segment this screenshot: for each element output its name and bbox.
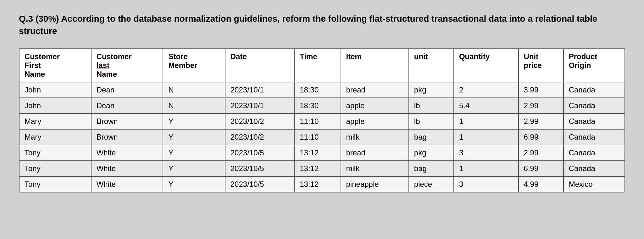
cell-store_member: Y bbox=[163, 114, 225, 129]
cell-unit_price: 6.99 bbox=[519, 161, 564, 176]
cell-product_origin: Canada bbox=[564, 161, 625, 176]
cell-unit_price: 2.99 bbox=[519, 145, 564, 161]
table-row: TonyWhiteY2023/10/513:12pineapplepiece34… bbox=[19, 176, 625, 192]
cell-customer_first_name: Mary bbox=[19, 114, 91, 129]
cell-customer_first_name: Mary bbox=[19, 129, 91, 145]
cell-customer_last_name: White bbox=[91, 145, 163, 161]
cell-unit: lb bbox=[409, 98, 454, 114]
cell-date: 2023/10/1 bbox=[225, 82, 294, 98]
cell-product_origin: Canada bbox=[564, 98, 625, 114]
data-table: Customer First Name Customer last Name S… bbox=[19, 48, 625, 192]
cell-customer_first_name: John bbox=[19, 98, 91, 114]
cell-time: 18:30 bbox=[294, 98, 341, 114]
cell-item: milk bbox=[341, 129, 409, 145]
cell-product_origin: Canada bbox=[564, 82, 625, 98]
cell-store_member: Y bbox=[163, 129, 225, 145]
cell-store_member: N bbox=[163, 82, 225, 98]
cell-product_origin: Canada bbox=[564, 114, 625, 129]
cell-store_member: N bbox=[163, 98, 225, 114]
cell-product_origin: Canada bbox=[564, 145, 625, 161]
cell-time: 11:10 bbox=[294, 129, 341, 145]
table-row: TonyWhiteY2023/10/513:12milkbag16.99Cana… bbox=[19, 161, 625, 176]
table-row: MaryBrownY2023/10/211:10applelb12.99Cana… bbox=[19, 114, 625, 129]
cell-unit: piece bbox=[409, 176, 454, 192]
cell-date: 2023/10/5 bbox=[225, 145, 294, 161]
cell-customer_last_name: Dean bbox=[91, 98, 163, 114]
cell-unit_price: 2.99 bbox=[519, 114, 564, 129]
cell-item: milk bbox=[341, 161, 409, 176]
cell-unit_price: 2.99 bbox=[519, 98, 564, 114]
cell-product_origin: Canada bbox=[564, 129, 625, 145]
cell-unit: bag bbox=[409, 129, 454, 145]
header-unit-price: Unit price bbox=[519, 49, 564, 82]
cell-customer_first_name: John bbox=[19, 82, 91, 98]
cell-date: 2023/10/2 bbox=[225, 114, 294, 129]
header-unit: unit bbox=[409, 49, 454, 82]
cell-time: 18:30 bbox=[294, 82, 341, 98]
cell-date: 2023/10/5 bbox=[225, 176, 294, 192]
cell-quantity: 3 bbox=[454, 145, 519, 161]
cell-unit_price: 6.99 bbox=[519, 129, 564, 145]
cell-unit: pkg bbox=[409, 145, 454, 161]
cell-customer_first_name: Tony bbox=[19, 145, 91, 161]
cell-customer_last_name: White bbox=[91, 161, 163, 176]
cell-date: 2023/10/2 bbox=[225, 129, 294, 145]
header-product-origin: Product Origin bbox=[564, 49, 625, 82]
header-date: Date bbox=[225, 49, 294, 82]
cell-customer_last_name: Dean bbox=[91, 82, 163, 98]
cell-date: 2023/10/5 bbox=[225, 161, 294, 176]
table-row: JohnDeanN2023/10/118:30breadpkg23.99Cana… bbox=[19, 82, 625, 98]
cell-item: bread bbox=[341, 145, 409, 161]
question-text: Q.3 (30%) According to the database norm… bbox=[19, 13, 625, 37]
header-customer-first-name: Customer First Name bbox=[19, 49, 91, 82]
cell-customer_last_name: Brown bbox=[91, 129, 163, 145]
cell-date: 2023/10/1 bbox=[225, 98, 294, 114]
table-row: MaryBrownY2023/10/211:10milkbag16.99Cana… bbox=[19, 129, 625, 145]
table-row: JohnDeanN2023/10/118:30applelb5.42.99Can… bbox=[19, 98, 625, 114]
cell-unit: bag bbox=[409, 161, 454, 176]
cell-customer_last_name: White bbox=[91, 176, 163, 192]
cell-product_origin: Mexico bbox=[564, 176, 625, 192]
cell-quantity: 1 bbox=[454, 114, 519, 129]
cell-unit: pkg bbox=[409, 82, 454, 98]
cell-quantity: 5.4 bbox=[454, 98, 519, 114]
header-customer-last-name: Customer last Name bbox=[91, 49, 163, 82]
table-row: TonyWhiteY2023/10/513:12breadpkg32.99Can… bbox=[19, 145, 625, 161]
cell-time: 11:10 bbox=[294, 114, 341, 129]
table-header-row: Customer First Name Customer last Name S… bbox=[19, 49, 625, 82]
header-quantity: Quantity bbox=[454, 49, 519, 82]
cell-store_member: Y bbox=[163, 176, 225, 192]
cell-unit_price: 4.99 bbox=[519, 176, 564, 192]
header-item: Item bbox=[341, 49, 409, 82]
cell-item: pineapple bbox=[341, 176, 409, 192]
cell-store_member: Y bbox=[163, 161, 225, 176]
cell-item: apple bbox=[341, 114, 409, 129]
cell-quantity: 2 bbox=[454, 82, 519, 98]
cell-quantity: 3 bbox=[454, 176, 519, 192]
cell-time: 13:12 bbox=[294, 145, 341, 161]
cell-item: apple bbox=[341, 98, 409, 114]
cell-item: bread bbox=[341, 82, 409, 98]
cell-time: 13:12 bbox=[294, 161, 341, 176]
header-time: Time bbox=[294, 49, 341, 82]
cell-time: 13:12 bbox=[294, 176, 341, 192]
cell-quantity: 1 bbox=[454, 161, 519, 176]
cell-customer_first_name: Tony bbox=[19, 161, 91, 176]
cell-customer_first_name: Tony bbox=[19, 176, 91, 192]
cell-store_member: Y bbox=[163, 145, 225, 161]
cell-customer_last_name: Brown bbox=[91, 114, 163, 129]
cell-unit: lb bbox=[409, 114, 454, 129]
cell-quantity: 1 bbox=[454, 129, 519, 145]
header-store-member: Store Member bbox=[163, 49, 225, 82]
table-wrapper: Customer First Name Customer last Name S… bbox=[19, 48, 625, 192]
cell-unit_price: 3.99 bbox=[519, 82, 564, 98]
